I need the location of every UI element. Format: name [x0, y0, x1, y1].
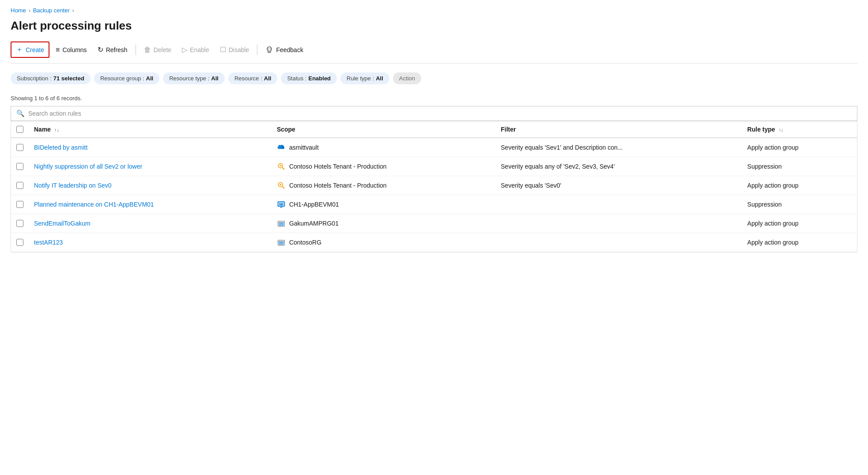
row-checkbox-3[interactable] [16, 201, 23, 208]
breadcrumb-backup-center[interactable]: Backup center [33, 7, 70, 14]
row-name-2: Notify IT leadership on Sev0 [29, 176, 272, 195]
table-col-scope: Scope [272, 121, 495, 138]
row-name-link-0[interactable]: BIDeleted by asmitt [34, 144, 87, 151]
scope-icon-1 [277, 162, 286, 171]
filter-subscription[interactable]: Subscription : 71 selected [11, 72, 91, 84]
svg-point-8 [280, 184, 281, 185]
filter-resource[interactable]: Resource : All [228, 72, 278, 84]
row-checkbox-4[interactable] [16, 220, 23, 227]
delete-icon: 🗑 [144, 46, 151, 54]
row-filter-0: Severity equals 'Sev1' and Description c… [495, 138, 742, 157]
row-name-link-2[interactable]: Notify IT leadership on Sev0 [34, 182, 112, 189]
row-checkbox-0[interactable] [16, 144, 23, 151]
filter-resource-group[interactable]: Resource group : All [94, 72, 159, 84]
filter-resource-type-value: All [211, 75, 219, 82]
breadcrumb-sep-2: › [72, 8, 74, 14]
scope-text-1: Contoso Hotels Tenant - Production [289, 163, 387, 170]
svg-rect-21 [279, 243, 281, 245]
toolbar: ＋ Create ≡ Columns ↻ Refresh 🗑 Delete ▷ … [11, 41, 857, 64]
feedback-label: Feedback [276, 46, 303, 53]
create-button[interactable]: ＋ Create [11, 41, 49, 58]
scope-text-4: GakumAMPRG01 [289, 220, 339, 227]
filter-action-label: Action [399, 75, 415, 82]
row-scope-5: ContosoRG [272, 233, 495, 252]
refresh-label: Refresh [106, 46, 128, 53]
enable-label: Enable [190, 46, 209, 53]
row-name-0: BIDeleted by asmitt [29, 138, 272, 157]
filter-resource-label: Resource : [234, 75, 262, 82]
row-rule-type-5: Apply action group [742, 233, 857, 252]
row-checkbox-2[interactable] [16, 182, 23, 189]
row-name-4: SendEmailToGakum [29, 214, 272, 233]
row-checkbox-cell-1 [11, 157, 29, 176]
filter-status-value: Enabled [308, 75, 331, 82]
svg-text:VM: VM [279, 203, 283, 206]
row-checkbox-cell-2 [11, 176, 29, 195]
select-all-checkbox[interactable] [16, 126, 23, 133]
plus-icon: ＋ [16, 45, 23, 54]
filter-resource-type[interactable]: Resource type : All [163, 72, 225, 84]
svg-point-2 [270, 49, 271, 49]
filter-resource-group-label: Resource group : [100, 75, 144, 82]
svg-rect-19 [279, 241, 281, 243]
row-name-link-1[interactable]: Nightly suppression of all Sev2 or lower [34, 163, 142, 170]
enable-button[interactable]: ▷ Enable [177, 43, 214, 57]
breadcrumb: Home › Backup center › [11, 7, 857, 14]
filter-status[interactable]: Status : Enabled [281, 72, 337, 84]
table-col-rule-type[interactable]: Rule type ↑↓ [742, 121, 857, 138]
scope-icon-0 [277, 143, 286, 152]
feedback-button[interactable]: Feedback [261, 43, 307, 57]
row-checkbox-5[interactable] [16, 239, 23, 246]
table-row: Nightly suppression of all Sev2 or lower… [11, 157, 857, 176]
row-scope-2: Contoso Hotels Tenant - Production [272, 176, 495, 195]
scope-text-2: Contoso Hotels Tenant - Production [289, 182, 387, 189]
row-rule-type-0: Apply action group [742, 138, 857, 157]
table-col-name[interactable]: Name ↑↓ [29, 121, 272, 138]
scope-text-3: CH1-AppBEVM01 [289, 201, 339, 208]
row-filter-5 [495, 233, 742, 252]
row-scope-1: Contoso Hotels Tenant - Production [272, 157, 495, 176]
toolbar-separator-2 [257, 45, 257, 55]
create-label: Create [26, 46, 44, 53]
row-name-link-5[interactable]: testAR123 [34, 239, 63, 246]
table-row: Planned maintenance on CH1-AppBEVM01 VM … [11, 195, 857, 214]
refresh-button[interactable]: ↻ Refresh [93, 43, 132, 57]
columns-icon: ≡ [56, 46, 60, 54]
svg-rect-17 [282, 224, 283, 226]
disable-button[interactable]: ☐ Disable [215, 43, 254, 57]
row-scope-4: GakumAMPRG01 [272, 214, 495, 233]
table-row: SendEmailToGakum GakumAMPRG01 Apply acti… [11, 214, 857, 233]
enable-icon: ▷ [182, 45, 187, 54]
row-name-link-3[interactable]: Planned maintenance on CH1-AppBEVM01 [34, 201, 154, 208]
row-rule-type-4: Apply action group [742, 214, 857, 233]
filter-resource-group-value: All [146, 75, 154, 82]
refresh-icon: ↻ [98, 45, 103, 54]
row-checkbox-1[interactable] [16, 163, 23, 170]
row-checkbox-cell-3 [11, 195, 29, 214]
filter-resource-value: All [264, 75, 272, 82]
row-name-link-4[interactable]: SendEmailToGakum [34, 220, 91, 227]
row-rule-type-1: Suppression [742, 157, 857, 176]
table-body: BIDeleted by asmitt asmittvault Severity… [11, 138, 857, 252]
table-row: testAR123 ContosoRG Apply action group [11, 233, 857, 252]
table-row: Notify IT leadership on Sev0 Contoso Hot… [11, 176, 857, 195]
rule-type-sort-icon: ↑↓ [779, 127, 784, 132]
search-input[interactable] [28, 110, 852, 117]
scope-icon-5 [277, 238, 286, 247]
svg-rect-20 [282, 241, 283, 243]
breadcrumb-home[interactable]: Home [11, 7, 26, 14]
filter-rule-type[interactable]: Rule type : All [340, 72, 389, 84]
toolbar-separator-1 [136, 45, 136, 55]
row-checkbox-cell-4 [11, 214, 29, 233]
filter-status-label: Status : [287, 75, 306, 82]
data-table: Name ↑↓ Scope Filter Rule type ↑↓ BIDe [11, 121, 857, 252]
row-filter-4 [495, 214, 742, 233]
delete-button[interactable]: 🗑 Delete [140, 43, 176, 57]
columns-button[interactable]: ≡ Columns [51, 43, 91, 57]
filter-action[interactable]: Action [393, 72, 421, 84]
row-scope-0: asmittvault [272, 138, 495, 157]
svg-point-5 [280, 165, 281, 166]
svg-rect-14 [279, 222, 281, 224]
data-table-wrapper: Name ↑↓ Scope Filter Rule type ↑↓ BIDe [11, 121, 857, 253]
row-name-5: testAR123 [29, 233, 272, 252]
